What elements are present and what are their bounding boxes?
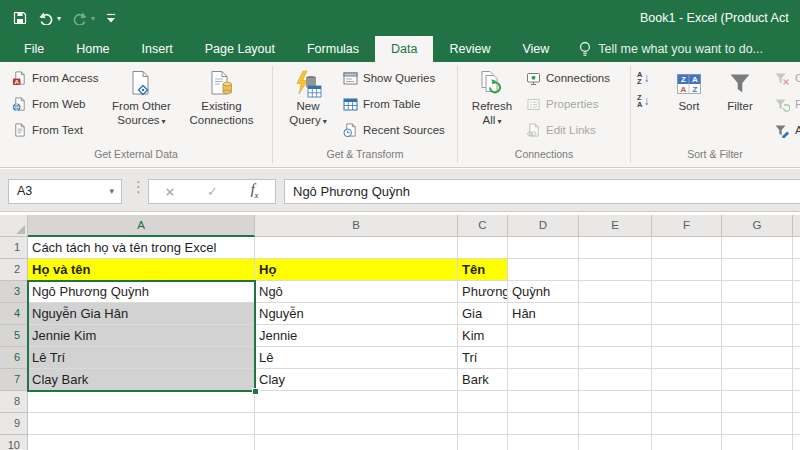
cell-G5[interactable] — [722, 325, 793, 347]
tab-data[interactable]: Data — [375, 36, 433, 62]
cell-E3[interactable] — [579, 281, 652, 303]
cell-F2[interactable] — [652, 259, 722, 281]
cell-D10[interactable] — [508, 435, 579, 450]
column-header-F[interactable]: F — [652, 215, 722, 237]
column-header-G[interactable]: G — [722, 215, 793, 237]
properties-button[interactable]: Properties — [520, 92, 615, 116]
cell-A9[interactable] — [28, 413, 255, 435]
row-header-3[interactable]: 3 — [0, 281, 28, 303]
cell-H10[interactable] — [793, 435, 800, 450]
cell-D1[interactable] — [508, 237, 579, 259]
cell-A2[interactable]: Họ và tên — [28, 259, 255, 281]
cell-G1[interactable] — [722, 237, 793, 259]
show-queries-button[interactable]: Show Queries — [337, 66, 450, 90]
tab-home[interactable]: Home — [60, 36, 125, 62]
cell-F10[interactable] — [652, 435, 722, 450]
cell-D4[interactable]: Hân — [508, 303, 579, 325]
cell-E4[interactable] — [579, 303, 652, 325]
cell-G4[interactable] — [722, 303, 793, 325]
cell-D3[interactable]: Quỳnh — [508, 281, 579, 303]
cell-C7[interactable]: Bark — [458, 369, 508, 391]
cell-D6[interactable] — [508, 347, 579, 369]
existing-connections-button[interactable]: ExistingConnections — [179, 66, 263, 127]
cell-G2[interactable] — [722, 259, 793, 281]
cell-F5[interactable] — [652, 325, 722, 347]
tab-insert[interactable]: Insert — [126, 36, 189, 62]
enter-icon[interactable]: ✓ — [207, 185, 218, 198]
cell-A10[interactable] — [28, 435, 255, 450]
redo-dropdown-icon[interactable]: ▾ — [91, 14, 95, 23]
cell-B9[interactable] — [255, 413, 458, 435]
cell-D7[interactable] — [508, 369, 579, 391]
cell-E6[interactable] — [579, 347, 652, 369]
cell-C1[interactable] — [458, 237, 508, 259]
cell-C4[interactable]: Gia — [458, 303, 508, 325]
cell-G6[interactable] — [722, 347, 793, 369]
cell-C8[interactable] — [458, 391, 508, 413]
cell-A4[interactable]: Nguyễn Gia Hân — [28, 303, 255, 325]
cell-E1[interactable] — [579, 237, 652, 259]
sort-ascending-button[interactable]: AZ↓ — [637, 71, 661, 85]
cell-A7[interactable]: Clay Bark — [28, 369, 255, 391]
cell-B10[interactable] — [255, 435, 458, 450]
cell-H9[interactable] — [793, 413, 800, 435]
advanced-filter-button[interactable]: Advanced — [769, 118, 800, 142]
cell-F4[interactable] — [652, 303, 722, 325]
tab-formulas[interactable]: Formulas — [291, 36, 375, 62]
cell-B2[interactable]: Họ — [255, 259, 458, 281]
cell-A3[interactable]: Ngô Phương Quỳnh — [28, 281, 255, 303]
cell-F3[interactable] — [652, 281, 722, 303]
undo-button[interactable]: ▾ — [38, 11, 61, 25]
cell-E10[interactable] — [579, 435, 652, 450]
cell-E8[interactable] — [579, 391, 652, 413]
cell-G3[interactable] — [722, 281, 793, 303]
tell-me-box[interactable]: Tell me what you want to do... — [579, 36, 763, 62]
cell-C3[interactable]: Phương — [458, 281, 508, 303]
from-access-button[interactable]: A From Access — [6, 66, 103, 90]
name-box[interactable]: A3 ▾ — [8, 179, 122, 204]
from-text-button[interactable]: From Text — [6, 118, 103, 142]
row-header-7[interactable]: 7 — [0, 369, 28, 391]
cell-C9[interactable] — [458, 413, 508, 435]
clear-filter-button[interactable]: Clear — [769, 66, 800, 90]
column-header-D[interactable]: D — [508, 215, 579, 237]
cell-A6[interactable]: Lê Trí — [28, 347, 255, 369]
cell-F1[interactable] — [652, 237, 722, 259]
column-header-B[interactable]: B — [255, 215, 458, 237]
cell-D2[interactable] — [508, 259, 579, 281]
redo-button[interactable]: ▾ — [72, 11, 95, 25]
cell-C2[interactable]: Tên — [458, 259, 508, 281]
cell-D8[interactable] — [508, 391, 579, 413]
sort-descending-button[interactable]: ZA↓ — [637, 94, 661, 108]
reapply-filter-button[interactable]: Reapply — [769, 92, 800, 116]
cell-B3[interactable]: Ngô — [255, 281, 458, 303]
connections-button[interactable]: Connections — [520, 66, 615, 90]
cell-E7[interactable] — [579, 369, 652, 391]
cell-G10[interactable] — [722, 435, 793, 450]
from-other-sources-button[interactable]: From OtherSources▾ — [103, 66, 179, 128]
cell-F7[interactable] — [652, 369, 722, 391]
cell-H8[interactable] — [793, 391, 800, 413]
cell-D5[interactable] — [508, 325, 579, 347]
name-box-dropdown-icon[interactable]: ▾ — [109, 180, 114, 203]
cell-A5[interactable]: Jennie Kim — [28, 325, 255, 347]
from-table-button[interactable]: From Table — [337, 92, 450, 116]
cell-F9[interactable] — [652, 413, 722, 435]
customize-quick-access-button[interactable] — [106, 12, 116, 24]
cell-H7[interactable] — [793, 369, 800, 391]
cell-A8[interactable] — [28, 391, 255, 413]
cell-A1[interactable]: Cách tách họ và tên trong Excel — [28, 237, 255, 259]
row-header-6[interactable]: 6 — [0, 347, 28, 369]
cell-B4[interactable]: Nguyễn — [255, 303, 458, 325]
cell-G8[interactable] — [722, 391, 793, 413]
cell-E2[interactable] — [579, 259, 652, 281]
select-all-button[interactable] — [0, 215, 28, 237]
column-header-A[interactable]: A — [28, 215, 255, 237]
tab-file[interactable]: File — [8, 36, 60, 62]
tab-view[interactable]: View — [506, 36, 565, 62]
cell-H6[interactable] — [793, 347, 800, 369]
cell-F6[interactable] — [652, 347, 722, 369]
cell-C5[interactable]: Kim — [458, 325, 508, 347]
sort-button[interactable]: ZAAZ Sort — [665, 66, 713, 114]
cell-H2[interactable] — [793, 259, 800, 281]
